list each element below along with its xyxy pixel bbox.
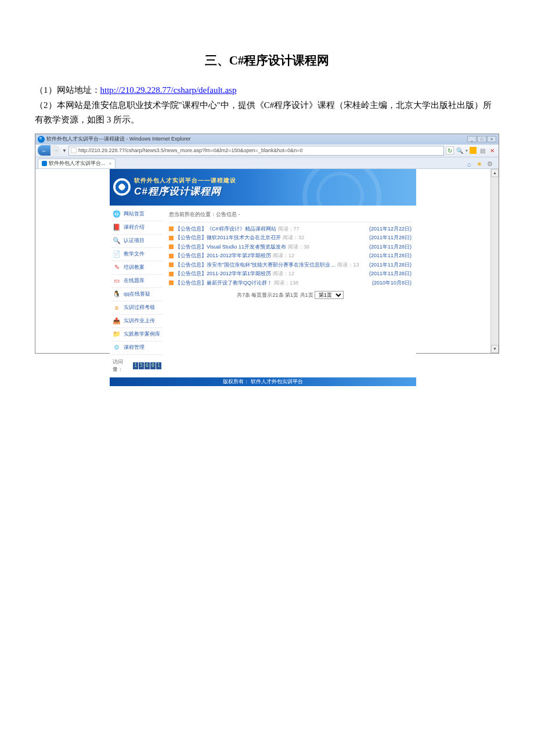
- sidebar-item-8[interactable]: 📤实训作业上传: [111, 315, 163, 328]
- sidebar-item-0[interactable]: 🌐网站首页: [111, 208, 163, 221]
- digit: 1: [133, 362, 138, 369]
- digit: 1: [156, 362, 161, 369]
- nav-icon: ▭: [113, 277, 121, 285]
- dropdown-icon[interactable]: ▼: [62, 148, 67, 153]
- news-category: 【公告信息】: [175, 234, 207, 242]
- pagination: 共7条 每页显示21条 第1页 共1页 第1页: [169, 287, 412, 303]
- news-row: 【公告信息】 微软2011年技术大会在北京召开 阅读：32(2011年11月28…: [169, 233, 412, 243]
- ie-logo-icon: [38, 136, 45, 143]
- website-url-link[interactable]: http://210.29.228.77/csharp/default.asp: [100, 85, 237, 95]
- nav-forward-button[interactable]: →: [51, 145, 60, 156]
- window-close-button[interactable]: ×: [487, 136, 496, 142]
- sidebar-item-2[interactable]: 🔍认证项目: [111, 235, 163, 248]
- news-title-link[interactable]: 2011-2012学年第2学期校历: [207, 252, 271, 260]
- banner-title: C#程序设计课程网: [134, 185, 236, 198]
- news-list: 【公告信息】 《C#程序设计》精品课程网站 阅读：77(2011年12月22日)…: [169, 225, 412, 288]
- news-row: 【公告信息】 2011-2012学年第2学期校历 阅读：12(2011年11月2…: [169, 251, 412, 261]
- news-reads: 阅读：38: [288, 243, 309, 251]
- sidebar-nav: 🌐网站首页📕课程介绍🔍认证项目📄教学文件✎培训教案▭在线题库🐧qq在线答疑≡实训…: [110, 206, 164, 377]
- window-minimize-button[interactable]: _: [467, 136, 477, 142]
- tab-favicon-icon: [42, 161, 47, 166]
- news-category: 【公告信息】: [175, 252, 207, 260]
- news-title-link[interactable]: 淮安市"国信淮电杯"技能大赛部分赛事在淮安信息职业…: [207, 261, 335, 269]
- news-category: 【公告信息】: [175, 270, 207, 278]
- news-title-link[interactable]: 2011-2012学年第1学期校历: [207, 270, 271, 278]
- bing-icon[interactable]: [470, 147, 477, 154]
- news-reads: 阅读：13: [337, 261, 359, 269]
- nav-label: 培训教案: [124, 264, 145, 271]
- visit-counter: 访问量： 15601: [111, 357, 163, 375]
- sidebar-item-7[interactable]: ≡实训过程考核: [111, 301, 163, 315]
- window-maximize-button[interactable]: □: [477, 136, 486, 142]
- digit: 6: [145, 362, 150, 369]
- tab-close-icon[interactable]: ×: [109, 161, 112, 166]
- site-banner: 软件外包人才实训平台——课程建设 C#程序设计课程网: [110, 169, 416, 206]
- sidebar-item-5[interactable]: ▭在线题库: [111, 275, 163, 288]
- news-date: (2011年11月28日): [369, 243, 412, 251]
- address-bar[interactable]: http://210.29.228.77/csharp/News3.5/news…: [68, 146, 444, 156]
- news-row: 【公告信息】 2011-2012学年第1学期校历 阅读：12(2011年11月2…: [169, 269, 412, 279]
- compat-icon[interactable]: ▤: [478, 146, 486, 154]
- nav-label: 课程管理: [124, 344, 145, 351]
- page-select[interactable]: 第1页: [315, 291, 344, 299]
- news-reads: 阅读：77: [278, 225, 300, 233]
- favorites-icon[interactable]: ★: [475, 160, 484, 168]
- sidebar-item-6[interactable]: 🐧qq在线答疑: [111, 288, 163, 301]
- bullet-icon: [169, 236, 174, 240]
- news-date: (2010年10月8日): [372, 279, 412, 287]
- news-category: 【公告信息】: [175, 225, 207, 233]
- news-reads: 阅读：12: [273, 252, 294, 260]
- news-title-link[interactable]: 微软2011年技术大会在北京召开: [207, 234, 281, 242]
- news-category: 【公告信息】: [175, 243, 207, 251]
- search-icon[interactable]: 🔍: [456, 146, 464, 154]
- digit: 0: [150, 362, 156, 369]
- news-date: (2011年11月28日): [369, 234, 412, 242]
- nav-icon: ≡: [113, 304, 121, 312]
- scroll-up-icon[interactable]: ▲: [491, 169, 499, 177]
- sidebar-item-1[interactable]: 📕课程介绍: [111, 221, 163, 235]
- ie-navigation-bar: ← → ▼ http://210.29.228.77/csharp/News3.…: [35, 145, 499, 157]
- news-row: 【公告信息】 最新开设了教学QQ讨论群！ 阅读：138(2010年10月8日): [169, 279, 412, 288]
- news-title-link[interactable]: 最新开设了教学QQ讨论群！: [207, 279, 272, 287]
- tools-icon[interactable]: ⚙: [486, 160, 494, 168]
- nav-icon: 🔍: [113, 237, 121, 245]
- pagination-text: 共7条 每页显示21条 第1页 共1页: [237, 292, 315, 298]
- bullet-icon: [169, 262, 174, 267]
- paragraph-1: （1）网站地址：http://210.29.228.77/csharp/defa…: [35, 83, 499, 98]
- document-title: 三、C#程序设计课程网: [35, 52, 499, 69]
- news-category: 【公告信息】: [175, 279, 207, 287]
- bullet-icon: [169, 272, 174, 276]
- sidebar-item-4[interactable]: ✎培训教案: [111, 261, 163, 275]
- nav-icon: ✎: [113, 264, 121, 272]
- address-text: http://210.29.228.77/csharp/News3.5/news…: [78, 147, 303, 153]
- stop-icon[interactable]: ✕: [488, 146, 496, 154]
- refresh-icon[interactable]: ↻: [446, 146, 454, 154]
- page-icon: [71, 147, 77, 153]
- vertical-scrollbar[interactable]: ▲ ▼: [490, 169, 499, 353]
- sidebar-item-9[interactable]: 📁实践教学案例库: [111, 328, 163, 341]
- news-title-link[interactable]: Visual Studio 11开发者预览版发布: [207, 243, 286, 251]
- nav-icon: 🌐: [113, 210, 121, 218]
- bullet-icon: [169, 280, 174, 285]
- ie-titlebar: 软件外包人才实训平台---课程建设 - Windows Internet Exp…: [35, 134, 499, 145]
- sidebar-item-3[interactable]: 📄教学文件: [111, 248, 163, 261]
- nav-icon: 🐧: [113, 290, 121, 298]
- browser-tab[interactable]: 软件外包人才实训平台... ×: [38, 159, 116, 168]
- news-row: 【公告信息】 Visual Studio 11开发者预览版发布 阅读：38(20…: [169, 243, 412, 252]
- nav-label: 认证项目: [124, 237, 145, 244]
- scroll-down-icon[interactable]: ▼: [491, 345, 499, 353]
- news-date: (2011年11月28日): [369, 270, 412, 278]
- bullet-icon: [169, 254, 174, 258]
- nav-label: 实践教学案例库: [124, 330, 160, 338]
- news-title-link[interactable]: 《C#程序设计》精品课程网站: [207, 225, 276, 233]
- nav-back-button[interactable]: ←: [38, 145, 50, 156]
- news-reads: 阅读：12: [273, 270, 294, 278]
- paragraph-2: （2）本网站是淮安信息职业技术学院"课程中心"中，提供《C#程序设计》课程（宋桂…: [35, 98, 499, 128]
- sidebar-item-10[interactable]: ⚙课程管理: [111, 341, 163, 355]
- home-icon[interactable]: ⌂: [465, 160, 473, 168]
- window-title: 软件外包人才实训平台---课程建设 - Windows Internet Exp…: [46, 135, 191, 143]
- news-date: (2011年11月28日): [369, 252, 412, 260]
- digit: 5: [139, 362, 144, 369]
- bullet-icon: [169, 226, 174, 231]
- site-footer: 版权所有： 软件人才外包实训平台: [110, 377, 416, 386]
